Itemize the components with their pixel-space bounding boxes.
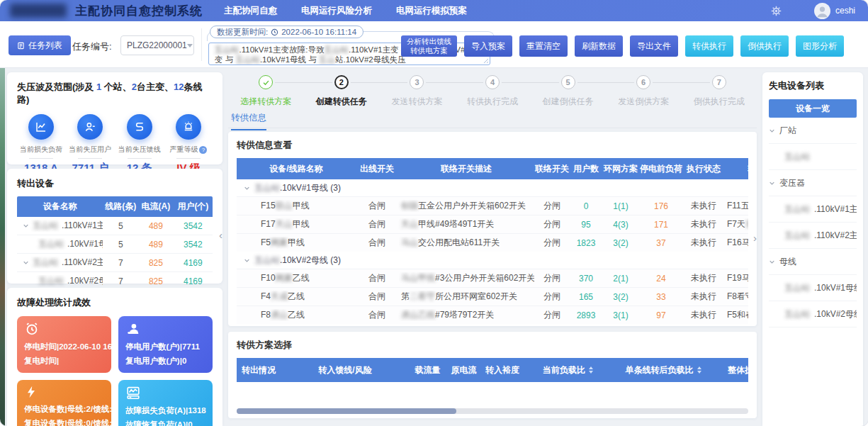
gear-icon[interactable] bbox=[771, 6, 782, 16]
ring-plan-cell: 3(1) bbox=[602, 310, 639, 320]
transfer-plan-title: 转供方案选择 bbox=[237, 339, 748, 352]
nav-item-1[interactable]: 主配协同自愈 bbox=[224, 5, 277, 17]
transfer-feeder-cell: F8看守 bbox=[724, 291, 748, 303]
tie-switch-desc-cell: 创国五金公用户外开关箱602开关 bbox=[398, 200, 534, 212]
nav-item-3[interactable]: 电网运行模拟预案 bbox=[396, 5, 467, 17]
pre-outage-load-cell: 33 bbox=[639, 292, 683, 302]
table-row[interactable]: F5网夏甲线合闸马山交公用配电站611开关分闸18233(2)37未执行F16马… bbox=[237, 233, 748, 252]
tree-item[interactable]: 五山站 bbox=[769, 144, 857, 170]
tree-item[interactable]: 五山站.10kV#1母线 bbox=[769, 275, 857, 301]
exec-status-cell: 未执行 bbox=[683, 200, 724, 212]
table-row[interactable]: 五山站.110kV#1主变54893542 bbox=[17, 217, 213, 235]
users-cell: 165 bbox=[570, 292, 602, 302]
help-icon[interactable]: ? bbox=[199, 146, 207, 154]
blurred-text: 网夏 bbox=[276, 273, 293, 283]
tree-group-变压器[interactable]: 变压器 bbox=[769, 170, 857, 196]
step-label: 转供执行完成 bbox=[455, 96, 531, 108]
toolbar-button[interactable]: 刷新数据 bbox=[575, 35, 623, 57]
blurred-text: 五山站 bbox=[254, 255, 280, 265]
table-row[interactable]: 五山站.10kV#1母线54893542 bbox=[17, 235, 213, 254]
caret-down-icon[interactable] bbox=[244, 257, 250, 264]
caret-down-icon[interactable] bbox=[769, 259, 775, 265]
lines-cell: 7 bbox=[103, 258, 138, 268]
caret-down-icon[interactable] bbox=[769, 180, 775, 186]
step-indicator: 3 bbox=[379, 75, 455, 91]
feeder-name-cell: F4天成乙线 bbox=[237, 291, 356, 303]
text-seg: 乙线 bbox=[288, 310, 305, 320]
impact-panel: 失压波及范围(涉及 1 个站、2台主变、12条线路) 当前损失负荷1318 A当… bbox=[7, 72, 222, 164]
tie-switch-cell: 分闸 bbox=[534, 237, 570, 249]
toolbar-button[interactable]: 分析转出馈线 转供电方案 bbox=[401, 35, 457, 57]
tree-item[interactable]: 五山站.10kV#2母线 bbox=[769, 301, 857, 327]
scrollbar-thumb[interactable] bbox=[237, 408, 456, 414]
column-header: 出线开关 bbox=[356, 163, 398, 175]
tree-group-厂站[interactable]: 厂站 bbox=[769, 118, 857, 144]
step-circle: 7 bbox=[712, 75, 726, 89]
task-no-label: 任务编号: bbox=[72, 40, 112, 53]
horizontal-scrollbar bbox=[237, 408, 748, 414]
users-cell: 95 bbox=[570, 220, 602, 230]
caret-down-icon[interactable] bbox=[23, 259, 29, 266]
sort-icon[interactable] bbox=[697, 366, 701, 374]
blurred-text: 联山 bbox=[276, 201, 293, 211]
column-header[interactable]: 单条线转后负载比 bbox=[613, 364, 714, 376]
column-header: 设备名称 bbox=[17, 201, 103, 213]
caret-down-icon[interactable] bbox=[23, 223, 29, 229]
tab-transfer-info[interactable]: 转供信息 bbox=[231, 112, 266, 130]
exec-status-cell: 未执行 bbox=[683, 291, 724, 303]
lines-cell: 5 bbox=[103, 221, 138, 231]
column-header: 电流(A) bbox=[138, 201, 174, 213]
process-stepper: 选择转供方案2创建转供任务3发送转供方案4转供执行完成5创建倒供任务6发送倒供方… bbox=[228, 75, 757, 108]
table-row[interactable]: 五山站.110kV#2主变78254169 bbox=[17, 254, 213, 272]
severity-icon bbox=[176, 114, 201, 140]
table-row[interactable]: F4天成乙线合闸第二看守所公用环网室602开关分闸1653(2)33未执行F8看… bbox=[237, 287, 748, 306]
text-seg: .10kV#2母线 bbox=[67, 275, 103, 287]
task-list-button[interactable]: 任务列表 bbox=[9, 35, 71, 55]
tree-group-母线[interactable]: 母线 bbox=[769, 249, 857, 275]
lines-cell: 7 bbox=[103, 276, 138, 286]
toolbar-button[interactable]: 图形分析 bbox=[796, 35, 844, 57]
step-circle: 2 bbox=[334, 75, 349, 89]
group-row[interactable]: 五山站.10kV#1母线 (3) bbox=[237, 179, 748, 196]
toolbar-button[interactable]: 导出文件 bbox=[630, 35, 678, 57]
divider bbox=[78, 158, 102, 159]
impact-stat-label: 严重等级? bbox=[164, 145, 213, 155]
text-seg: 所公用环网室602开关 bbox=[435, 291, 517, 301]
column-header[interactable]: 当前负载比 bbox=[523, 364, 613, 376]
tree-item[interactable]: 五山站.110kV#1主变 bbox=[769, 196, 857, 223]
sort-icon[interactable] bbox=[589, 366, 593, 374]
caret-down-icon[interactable] bbox=[769, 128, 775, 134]
device-overview-header[interactable]: 设备一览 bbox=[769, 99, 857, 118]
sort-up-arrow bbox=[697, 366, 701, 369]
step-转供执行完成: 4转供执行完成 bbox=[455, 75, 531, 108]
tie-switch-cell: 分闸 bbox=[534, 218, 570, 230]
collapse-right-arrow[interactable]: › bbox=[753, 232, 757, 243]
text-seg: 12 bbox=[174, 82, 184, 92]
impact-stat-label: 当前失压用户 bbox=[66, 145, 114, 155]
task-no-select[interactable]: PLZG22000001 bbox=[120, 35, 194, 55]
table-row[interactable]: F15联山甲线合闸创国五金公用户外开关箱602开关分闸01(1)176未执行F1… bbox=[237, 196, 748, 215]
toolbar-button[interactable]: 导入预案 bbox=[464, 35, 512, 57]
group-row[interactable]: 五山站.10kV#2母线 (3) bbox=[237, 252, 748, 269]
table-row[interactable]: F10网夏乙线合闸马山甲线#3公用户外开关箱602开关分闸3702(1)24未执… bbox=[237, 269, 748, 287]
toolbar-button[interactable]: 倒供执行 bbox=[740, 35, 789, 57]
table-row[interactable]: F17天山甲线合闸天山甲线#49塔49T1开关分闸954(3)171未执行F7天… bbox=[237, 215, 748, 233]
text-seg: F16马 bbox=[727, 237, 748, 247]
column-header[interactable]: 整体执行负载比 bbox=[714, 364, 748, 376]
toolbar-button[interactable]: 重置清空 bbox=[519, 35, 568, 57]
text-seg: F17 bbox=[261, 219, 276, 229]
text-seg: .110kV#1主变故障:导致 bbox=[239, 45, 325, 54]
group-label: 五山站.10kV#2母线 (3) bbox=[254, 254, 341, 267]
collapse-left-arrow[interactable]: ‹ bbox=[219, 230, 222, 240]
nav-item-2[interactable]: 电网运行风险分析 bbox=[301, 5, 372, 17]
toolbar: 任务列表 任务编号: PLZG22000001 数据更新时间: 2022-06-… bbox=[0, 21, 868, 68]
user-menu[interactable]: ceshi bbox=[814, 3, 855, 19]
column-header: 转入裕度 bbox=[482, 364, 523, 376]
outlet-switch-cell: 合闸 bbox=[356, 218, 398, 230]
ring-plan-cell: 1(1) bbox=[602, 201, 639, 211]
table-row[interactable]: F8虎山乙线合闸虎山乙线#79塔79T2开关分闸28933(1)97未执行F5和… bbox=[237, 306, 748, 324]
caret-down-icon[interactable] bbox=[244, 185, 250, 191]
tree-item[interactable]: 五山站.110kV#2主变 bbox=[769, 223, 857, 249]
toolbar-button[interactable]: 转供执行 bbox=[685, 35, 733, 57]
text-seg: F10 bbox=[261, 273, 276, 283]
